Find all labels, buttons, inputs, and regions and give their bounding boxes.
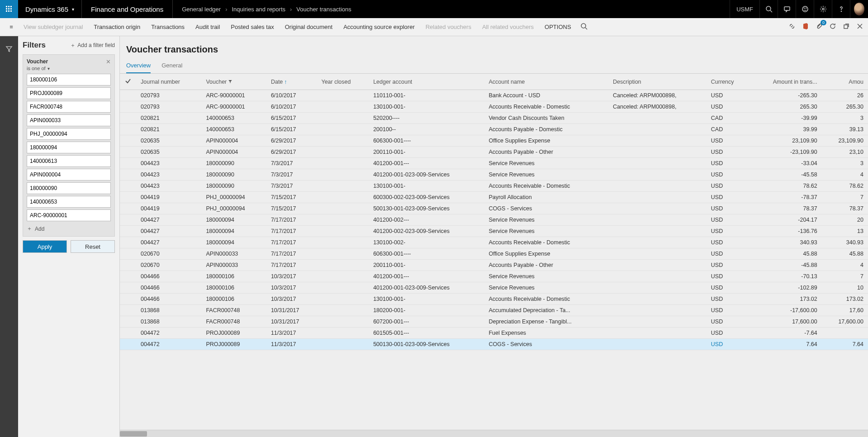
company-picker[interactable]: USMF: [730, 0, 759, 18]
col-amou[interactable]: Amou: [822, 74, 868, 90]
table-row[interactable]: 00446618000010610/3/2017401200-001---Ser…: [120, 271, 868, 282]
table-row[interactable]: 0044231800000907/3/2017401200-001-023-00…: [120, 169, 868, 180]
filter-operator-label: is one of: [27, 66, 46, 71]
horizontal-scrollbar[interactable]: [120, 430, 868, 437]
add-value-label: Add: [35, 226, 44, 232]
svg-rect-5: [10, 8, 12, 10]
col-journal-number[interactable]: Journal number: [136, 74, 201, 90]
action-accounting-source-explorer[interactable]: Accounting source explorer: [338, 24, 420, 30]
table-row[interactable]: 0044231800000907/3/2017130100-001-Accoun…: [120, 180, 868, 192]
filter-value-input[interactable]: [27, 142, 111, 153]
table-row[interactable]: 013868FACR00074810/31/2017180200-001-Acc…: [120, 305, 868, 316]
breadcrumb-item[interactable]: Voucher transactions: [296, 6, 351, 13]
popout-icon[interactable]: [843, 23, 850, 31]
table-row[interactable]: 020635APIN0000046/29/2017200110-001-Acco…: [120, 147, 868, 158]
search-icon[interactable]: [759, 0, 778, 18]
action-view-subledger-journal: View subledger journal: [18, 24, 88, 30]
col-date[interactable]: Date↑: [266, 74, 317, 90]
filter-value-input[interactable]: [27, 182, 111, 194]
attachments-icon[interactable]: [816, 23, 823, 31]
table-row[interactable]: 020670APIN0000337/17/2017200110-001-Acco…: [120, 260, 868, 271]
table-row[interactable]: 020793ARC-900000016/10/2017130100-001-Ac…: [120, 101, 868, 113]
svg-line-18: [585, 28, 587, 29]
filter-value-input[interactable]: [27, 74, 111, 86]
table-row[interactable]: 0208211400006536/15/2017200100--Accounts…: [120, 124, 868, 135]
col-voucher[interactable]: Voucher: [201, 74, 266, 90]
add-filter-field[interactable]: ＋ Add a filter field: [70, 42, 115, 49]
col-currency[interactable]: Currency: [707, 74, 750, 90]
table-row[interactable]: 0044231800000907/3/2017401200-001---Serv…: [120, 158, 868, 169]
tab-overview[interactable]: Overview: [126, 59, 151, 73]
breadcrumb-item[interactable]: Inquiries and reports: [232, 6, 286, 13]
refresh-icon[interactable]: [829, 23, 836, 31]
table-row[interactable]: 004472PROJ00008911/3/2017601505-001---Fu…: [120, 328, 868, 339]
table-row[interactable]: 0044271800000947/17/2017130100-002-Accou…: [120, 237, 868, 248]
table-row[interactable]: 013868FACR00074810/31/2017607200-001---D…: [120, 316, 868, 328]
table-row[interactable]: 004472PROJ00008911/3/2017500130-001-023-…: [120, 339, 868, 350]
smiley-icon[interactable]: [796, 0, 814, 18]
main-content: Voucher transactions OverviewGeneral Jou…: [120, 36, 868, 437]
filter-value-input[interactable]: [27, 101, 111, 113]
filter-value-input[interactable]: [27, 196, 111, 208]
action-options[interactable]: OPTIONS: [539, 24, 577, 30]
breadcrumb-item[interactable]: General ledger: [182, 6, 221, 13]
close-icon[interactable]: [856, 23, 863, 31]
action-all-related-vouchers: All related vouchers: [477, 24, 539, 30]
filter-value-input[interactable]: [27, 169, 111, 180]
close-icon[interactable]: ✕: [106, 58, 111, 65]
col-year-closed[interactable]: Year closed: [317, 74, 369, 90]
apply-button[interactable]: Apply: [23, 240, 67, 253]
office-icon[interactable]: [802, 23, 809, 31]
table-row[interactable]: 020670APIN0000337/17/2017606300-001----O…: [120, 248, 868, 260]
tab-strip: OverviewGeneral: [120, 59, 868, 74]
col-amount-in-trans-[interactable]: Amount in trans...: [749, 74, 821, 90]
table-row[interactable]: 00446618000010610/3/2017401200-001-023-0…: [120, 282, 868, 294]
gear-icon[interactable]: [814, 0, 832, 18]
action-transactions[interactable]: Transactions: [146, 24, 190, 30]
chevron-right-icon: ›: [225, 6, 227, 13]
table-row[interactable]: 0044271800000947/17/2017401200-002---Ser…: [120, 214, 868, 226]
table-row[interactable]: 0044271800000947/17/2017401200-002-023-0…: [120, 226, 868, 237]
table-row[interactable]: 0208211400006536/15/2017520200----Vendor…: [120, 113, 868, 124]
search-icon[interactable]: [580, 23, 588, 31]
table-row[interactable]: 020635APIN0000046/29/2017606300-001----O…: [120, 135, 868, 147]
filter-operator[interactable]: is one of ▾: [27, 66, 50, 71]
reset-button[interactable]: Reset: [71, 240, 115, 253]
filter-value-input[interactable]: [27, 87, 111, 99]
voucher-grid: Journal numberVoucherDate↑Year closedLed…: [120, 74, 868, 350]
svg-rect-3: [6, 8, 7, 10]
svg-rect-8: [10, 10, 12, 12]
filter-value-input[interactable]: [27, 128, 111, 140]
action-posted-sales-tax[interactable]: Posted sales tax: [225, 24, 279, 30]
link-icon[interactable]: [788, 23, 796, 31]
filters-title: Filters: [23, 41, 46, 50]
help-icon[interactable]: [832, 0, 850, 18]
tab-general[interactable]: General: [161, 59, 182, 73]
chat-icon[interactable]: [778, 0, 796, 18]
svg-rect-6: [6, 10, 7, 12]
brand-menu[interactable]: Dynamics 365 ▾: [18, 0, 82, 18]
table-row[interactable]: 00446618000010610/3/2017130100-001-Accou…: [120, 294, 868, 305]
col-ledger-account[interactable]: Ledger account: [369, 74, 484, 90]
filter-value-input[interactable]: [27, 114, 111, 126]
action-related-vouchers: Related vouchers: [420, 24, 477, 30]
col-account-name[interactable]: Account name: [484, 74, 608, 90]
action-audit-trail[interactable]: Audit trail: [190, 24, 225, 30]
app-launcher-icon[interactable]: [0, 0, 18, 18]
action-transaction-origin[interactable]: Transaction origin: [88, 24, 146, 30]
filter-icon[interactable]: [5, 45, 13, 61]
table-row[interactable]: 020793ARC-900000016/10/2017110110-001-Ba…: [120, 90, 868, 101]
breadcrumb: General ledger › Inquiries and reports ›…: [173, 6, 360, 13]
nav-toggle-icon[interactable]: ≡: [5, 24, 18, 30]
action-original-document[interactable]: Original document: [280, 24, 338, 30]
table-row[interactable]: 004419PHJ_000000947/15/2017500130-001-02…: [120, 203, 868, 214]
filter-value-input[interactable]: [27, 209, 111, 221]
user-avatar[interactable]: [850, 0, 868, 18]
table-row[interactable]: 004419PHJ_000000947/15/2017600300-002-02…: [120, 192, 868, 203]
plus-icon: ＋: [27, 225, 32, 233]
filter-value-input[interactable]: [27, 155, 111, 167]
add-filter-value[interactable]: ＋ Add: [27, 225, 111, 233]
chevron-down-icon: ▾: [72, 7, 74, 12]
select-all-checkbox[interactable]: [120, 74, 136, 90]
col-description[interactable]: Description: [608, 74, 707, 90]
